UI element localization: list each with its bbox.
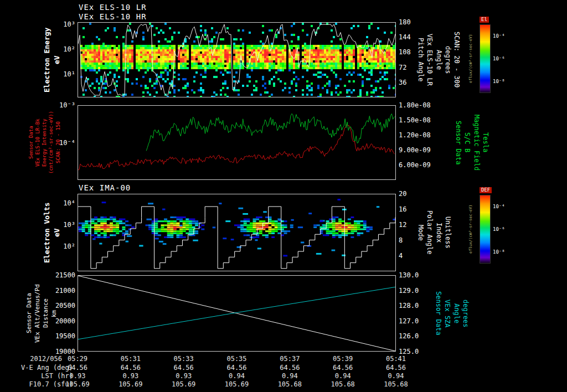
y2-axis-tick-label: 127.0 [399, 317, 419, 325]
footer-row-value: 0.94 [282, 372, 298, 380]
footer-row-value: 0.94 [229, 372, 245, 380]
colorbar-tick-label: 10⁻⁸ [493, 79, 505, 84]
time-tick-label: 05:39 [333, 355, 353, 363]
y2-axis-title: Sensor Data VEx SZA Angle degrees [434, 275, 470, 352]
footer-row-value: 0.93 [176, 372, 192, 380]
y2-axis-tick-label: 16 [399, 205, 406, 213]
footer-row-label: V-E Ang (deg) [21, 364, 73, 372]
els-hr-title: VEx ELS-10 HR [79, 12, 147, 21]
y2-axis-tick-label: 9.00e-09 [399, 146, 431, 154]
y2-axis-tick-label: 144 [399, 33, 411, 41]
time-tick-label: 05:37 [280, 355, 300, 363]
y-axis-tick-label: 10³ [63, 221, 75, 229]
colorbar-tick-label: 10⁻⁶ [493, 226, 505, 232]
date-label: 2012/056 [30, 355, 62, 363]
time-tick-label: 05:41 [386, 355, 406, 363]
y2-axis-tick-label: 8 [399, 236, 403, 244]
y-axis-tick-label: 10¹ [63, 70, 75, 78]
ima-colorbar [480, 195, 491, 264]
intensity-bfield-canvas [78, 106, 395, 179]
footer-row-value: 64.56 [68, 364, 87, 372]
els-spectrogram-canvas [78, 23, 395, 97]
footer-row-value: 105.68 [278, 380, 302, 388]
y2-axis-tick-label: 180 [399, 18, 411, 26]
footer-row-value: 105.69 [118, 380, 142, 388]
y-axis-tick-label: 10³ [63, 20, 75, 28]
footer-row-value: 0.94 [388, 372, 404, 380]
footer-row-value: 105.69 [225, 380, 249, 388]
y2-axis-tick-label: 128.0 [399, 302, 419, 310]
els-colorbar-units: eflux/(cm²-sr-sec-eV) [468, 24, 473, 93]
y2-axis-tick-label: 1.80e-08 [399, 101, 431, 109]
y2-axis-tick-label: 72 [399, 64, 406, 71]
els-colorbar-title: El [480, 17, 489, 23]
y-axis-title: Electron Energy eV [42, 22, 61, 97]
footer-row-value: 64.56 [174, 364, 194, 372]
els-colorbar [480, 24, 491, 93]
altitude-sza-canvas [78, 276, 395, 351]
ima-spectrogram-canvas [78, 194, 395, 271]
time-tick-label: 05:29 [68, 355, 87, 363]
ima-colorbar-units: eflux/(cm²-sr-sec-eV) [468, 195, 473, 264]
y-axis-title: Sensor Data VEx ELS-10 LR-Bk Energy Inte… [28, 105, 61, 180]
y2-axis-tick-label: 125.0 [399, 348, 419, 355]
y2-axis-tick-label: 108 [399, 48, 411, 56]
y-axis-title: Sensor Data VEx Alt/Venus/Pd Distance km [25, 275, 58, 352]
time-tick-label: 05:31 [121, 355, 141, 363]
y2-axis-tick-label: 126.0 [399, 332, 419, 340]
footer-row-value: 0.94 [335, 372, 351, 380]
colorbar-tick-label: 10⁻⁶ [493, 56, 505, 61]
y2-axis-tick-label: 1.50e-08 [399, 116, 431, 124]
footer-row-value: 105.68 [384, 380, 408, 388]
footer-row-value: 0.93 [122, 372, 138, 380]
footer-row-value: 105.69 [172, 380, 195, 388]
y2-axis-title: Mode Polar Angle Index Unitless [416, 194, 452, 271]
colorbar-tick-label: 10⁻⁸ [493, 249, 505, 255]
footer-row-value: 64.56 [226, 364, 246, 372]
time-tick-label: 05:33 [174, 355, 194, 363]
y2-axis-title: Pitch Angle VEx ELS-10 LR Angle degrees … [416, 22, 461, 97]
y-axis-tick-label: 10² [63, 45, 75, 53]
colorbar-tick-label: 10⁻⁴ [493, 204, 505, 209]
y2-axis-title: Sensor Data S/C B Magnetic Field Tesla [454, 105, 490, 180]
footer-row-value: 64.56 [386, 364, 406, 372]
cdaweb-multi-panel-plot: VEx ELS-10 LR VEx ELS-10 HR VEx IMA-00 E… [0, 0, 567, 392]
ima-spectrogram-panel [78, 194, 396, 271]
y-axis-tick-label: 10⁴ [63, 199, 75, 207]
y-axis-tick-label: 10⁻⁴ [59, 139, 75, 147]
y2-axis-tick-label: 20 [399, 190, 406, 198]
footer-row-value: 105.68 [331, 380, 354, 388]
colorbar-tick-label: 10⁻⁴ [493, 33, 505, 39]
ima-colorbar-title: DEF [480, 187, 492, 193]
y2-axis-tick-label: 4 [399, 252, 403, 260]
els-lr-title: VEx ELS-10 LR [79, 3, 147, 12]
y2-axis-tick-label: 12 [399, 221, 406, 229]
els-spectrogram-panel [78, 22, 396, 97]
footer-row-value: 64.56 [121, 364, 141, 372]
altitude-sza-panel [78, 275, 396, 352]
y-axis-tick-label: 10⁻³ [59, 101, 75, 109]
footer-row-value: 64.56 [333, 364, 353, 372]
intensity-bfield-panel [78, 105, 396, 180]
y2-axis-tick-label: 129.0 [399, 287, 419, 295]
y2-axis-tick-label: 6.00e-09 [399, 161, 431, 169]
time-tick-label: 05:35 [226, 355, 246, 363]
ima-title: VEx IMA-00 [79, 183, 131, 192]
footer-row-value: 0.93 [70, 372, 86, 380]
footer-row-value: 64.56 [280, 364, 300, 372]
y2-axis-tick-label: 36 [399, 79, 406, 86]
footer-row-value: 105.69 [65, 380, 89, 388]
footer-row-label: LST (hr) [41, 372, 73, 380]
y-axis-tick-label: 10² [63, 243, 75, 250]
y2-axis-tick-label: 1.20e-08 [399, 131, 431, 139]
y-axis-title: Electron Volts eV [42, 194, 61, 271]
y2-axis-tick-label: 130.0 [399, 271, 419, 279]
